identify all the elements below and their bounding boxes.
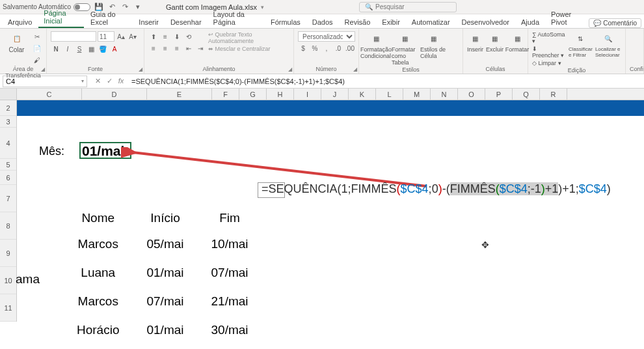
- format-cells-button[interactable]: ▦Formatar: [506, 31, 528, 53]
- tab-data[interactable]: Dados: [307, 16, 338, 28]
- tab-file[interactable]: Arquivo: [3, 16, 37, 28]
- decrease-decimal-icon[interactable]: .00: [345, 43, 355, 53]
- col-header[interactable]: M: [403, 89, 431, 100]
- row-header[interactable]: 11: [0, 294, 16, 322]
- paste-button[interactable]: 📋 Colar: [4, 31, 29, 53]
- font-name-select[interactable]: [51, 31, 96, 42]
- col-header[interactable]: P: [485, 89, 513, 100]
- col-header[interactable]: H: [267, 89, 294, 100]
- underline-icon[interactable]: S: [74, 44, 85, 54]
- row-header[interactable]: 3: [0, 116, 16, 128]
- align-bottom-icon[interactable]: ⬇: [172, 31, 182, 42]
- col-header[interactable]: R: [540, 89, 567, 100]
- col-header[interactable]: L: [376, 89, 403, 100]
- wrap-text-button[interactable]: ↩ Quebrar Texto Automaticamente: [208, 31, 289, 44]
- col-header[interactable]: N: [431, 89, 458, 100]
- border-icon[interactable]: ▦: [86, 44, 96, 54]
- fill-button[interactable]: ⬇ Preencher ▾: [532, 46, 566, 59]
- row-header[interactable]: 5: [0, 159, 16, 171]
- format-table-button[interactable]: ▦Formatar como Tabela: [392, 31, 418, 66]
- increase-decimal-icon[interactable]: .0: [333, 43, 343, 53]
- toggle-switch[interactable]: [74, 3, 90, 11]
- tab-help[interactable]: Ajuda: [516, 16, 544, 28]
- format-painter-icon[interactable]: 🖌: [32, 55, 42, 65]
- copy-icon[interactable]: 📄: [32, 43, 42, 53]
- tab-formulas[interactable]: Fórmulas: [265, 16, 306, 28]
- col-header[interactable]: D: [82, 89, 147, 100]
- comma-icon[interactable]: ,: [321, 43, 332, 53]
- alignment-launcher-icon[interactable]: ◢: [288, 66, 292, 72]
- cut-icon[interactable]: ✂: [32, 31, 42, 42]
- conditional-format-button[interactable]: ▦Formatação Condicional: [363, 31, 389, 59]
- italic-icon[interactable]: I: [62, 44, 73, 54]
- font-size-select[interactable]: [98, 31, 114, 42]
- autosum-button[interactable]: ∑ AutoSoma ▾: [532, 31, 566, 44]
- align-left-icon[interactable]: ≡: [148, 43, 159, 53]
- tab-power-pivot[interactable]: Power Pivot: [546, 8, 587, 28]
- cancel-icon[interactable]: ✕: [92, 77, 103, 85]
- fx-icon[interactable]: fx: [116, 77, 126, 85]
- row-header[interactable]: 4: [0, 128, 16, 159]
- row-header[interactable]: 6: [0, 171, 16, 185]
- align-center-icon[interactable]: ≡: [160, 43, 170, 53]
- col-header[interactable]: G: [239, 89, 267, 100]
- bold-icon[interactable]: N: [51, 44, 61, 54]
- align-middle-icon[interactable]: ≡: [160, 31, 170, 42]
- increase-font-icon[interactable]: A▴: [116, 31, 126, 42]
- font-launcher-icon[interactable]: ◢: [139, 66, 142, 72]
- merge-button[interactable]: ⬌ Mesclar e Centralizar: [208, 46, 289, 52]
- tab-draw[interactable]: Desenhar: [165, 16, 207, 28]
- qat-dropdown-icon[interactable]: ▾: [133, 3, 142, 12]
- number-format-select[interactable]: Personalizado: [298, 31, 355, 42]
- orientation-icon[interactable]: ⟲: [183, 31, 194, 42]
- tab-page-layout[interactable]: Layout da Página: [208, 8, 264, 28]
- ama-text: ama: [16, 272, 40, 286]
- tab-excel-guide[interactable]: Guia do Excel: [85, 8, 132, 28]
- row-header[interactable]: 10: [0, 267, 16, 294]
- comments-button[interactable]: 💬 Comentário: [589, 18, 641, 28]
- find-select-button[interactable]: 🔍Localizar e Selecionar: [595, 31, 621, 58]
- col-header[interactable]: F: [212, 89, 239, 100]
- tab-developer[interactable]: Desenvolvedor: [457, 16, 515, 28]
- clipboard-launcher-icon[interactable]: ◢: [41, 66, 45, 72]
- tab-view[interactable]: Exibir: [377, 16, 405, 28]
- align-top-icon[interactable]: ⬆: [148, 31, 159, 42]
- col-header[interactable]: E: [147, 89, 212, 100]
- search-input[interactable]: 🔍 Pesquisar: [359, 2, 457, 12]
- indent-decrease-icon[interactable]: ⇤: [183, 43, 194, 53]
- formula-input[interactable]: =SEQUÊNCIA(1;FIMMÊS($C$4;0)-(FIMMÊS($C$4…: [129, 77, 644, 86]
- col-header[interactable]: Q: [513, 89, 540, 100]
- number-launcher-icon[interactable]: ◢: [353, 66, 357, 72]
- currency-icon[interactable]: $: [298, 43, 308, 53]
- cell-styles-button[interactable]: ▦Estilos de Célula: [420, 31, 446, 59]
- col-header[interactable]: J: [321, 89, 349, 100]
- sort-filter-button[interactable]: ⇅Classificar e Filtrar: [569, 31, 593, 58]
- clear-button[interactable]: ◇ Limpar ▾: [532, 60, 566, 66]
- fill-color-icon[interactable]: 🪣: [98, 44, 108, 54]
- row-header[interactable]: 9: [0, 240, 16, 267]
- row-header[interactable]: 2: [0, 100, 16, 116]
- cells-area[interactable]: Mês: 01/mai =SEQUÊNCIA(1;FIMMÊS($C$4;0)-…: [17, 100, 644, 322]
- decrease-font-icon[interactable]: A▾: [127, 31, 138, 42]
- tab-review[interactable]: Revisão: [340, 16, 376, 28]
- align-right-icon[interactable]: ≡: [172, 43, 182, 53]
- tab-automate[interactable]: Automatizar: [407, 16, 455, 28]
- col-header[interactable]: O: [458, 89, 485, 100]
- insert-cells-button[interactable]: ▦Inserir: [467, 31, 483, 53]
- percent-icon[interactable]: %: [310, 43, 320, 53]
- enter-icon[interactable]: ✓: [104, 77, 114, 85]
- col-header[interactable]: K: [349, 89, 376, 100]
- row-header[interactable]: 8: [0, 212, 16, 240]
- font-color-icon[interactable]: A: [109, 44, 120, 54]
- delete-cells-button[interactable]: ▦Excluir: [486, 31, 503, 53]
- paste-label: Colar: [9, 46, 25, 53]
- col-header[interactable]: C: [17, 89, 82, 100]
- col-header[interactable]: I: [294, 89, 321, 100]
- tab-insert[interactable]: Inserir: [133, 16, 164, 28]
- gantt-table: Nome Início Fim Marcos05/mai10/mai Luana…: [62, 206, 263, 345]
- name-box-dropdown-icon[interactable]: ▾: [81, 78, 84, 84]
- indent-increase-icon[interactable]: ⇥: [195, 43, 206, 53]
- row-headers: 2 3 4 5 6 7 8 9 10 11: [0, 100, 17, 322]
- select-all-corner[interactable]: [0, 89, 17, 100]
- row-header[interactable]: 7: [0, 185, 16, 212]
